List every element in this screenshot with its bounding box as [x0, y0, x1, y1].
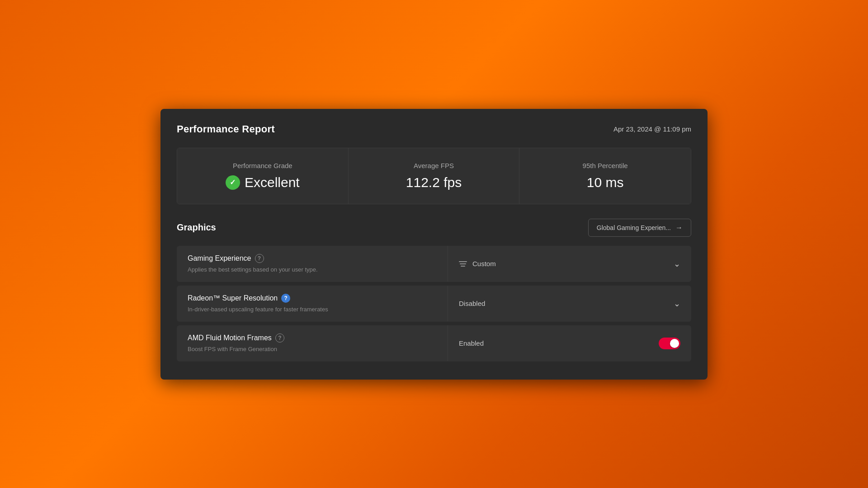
percentile-text: 10 ms — [587, 175, 624, 190]
stat-card-fps: Average FPS 112.2 fps — [349, 148, 520, 204]
setting-row-radeon-super-resolution: Radeon™ Super Resolution ? In-driver-bas… — [177, 286, 691, 322]
setting-row-gaming-experience: Gaming Experience ? Applies the best set… — [177, 246, 691, 282]
gaming-experience-right[interactable]: Custom ⌄ — [448, 251, 691, 277]
gaming-experience-left: Gaming Experience ? Applies the best set… — [177, 246, 448, 282]
gaming-experience-name: Gaming Experience — [188, 254, 251, 263]
fluid-motion-toggle[interactable] — [659, 338, 680, 349]
toggle-thumb — [670, 339, 679, 348]
graphics-section-header: Graphics Global Gaming Experien... → — [177, 219, 691, 237]
grade-checkmark-icon — [226, 175, 240, 190]
panel-header: Performance Report Apr 23, 2024 @ 11:09 … — [177, 123, 691, 135]
fps-label: Average FPS — [414, 162, 454, 169]
gaming-experience-help-icon[interactable]: ? — [255, 254, 264, 263]
gaming-experience-value-text: Custom — [472, 260, 496, 267]
panel-title: Performance Report — [177, 123, 275, 135]
fps-value: 112.2 fps — [406, 175, 462, 190]
filter-icon — [459, 261, 467, 267]
percentile-label: 95th Percentile — [583, 162, 628, 169]
stat-card-percentile: 95th Percentile 10 ms — [519, 148, 691, 204]
global-button-label: Global Gaming Experien... — [597, 224, 671, 231]
fps-text: 112.2 fps — [406, 175, 462, 190]
panel-datetime: Apr 23, 2024 @ 11:09 pm — [613, 125, 691, 133]
arrow-right-icon: → — [675, 224, 683, 232]
percentile-value: 10 ms — [587, 175, 624, 190]
fluid-motion-value-text: Enabled — [459, 339, 484, 347]
fluid-motion-name: AMD Fluid Motion Frames — [188, 334, 272, 342]
graphics-settings-list: Gaming Experience ? Applies the best set… — [177, 246, 691, 361]
fluid-motion-right[interactable]: Enabled — [448, 329, 691, 357]
fluid-motion-help-icon[interactable]: ? — [275, 333, 284, 343]
grade-text: Excellent — [245, 175, 300, 190]
toggle-track — [659, 338, 680, 349]
radeon-sr-left: Radeon™ Super Resolution ? In-driver-bas… — [177, 286, 448, 321]
grade-label: Performance Grade — [233, 162, 292, 169]
stat-card-grade: Performance Grade Excellent — [177, 148, 349, 204]
graphics-section-title: Graphics — [177, 222, 216, 233]
radeon-sr-chevron-icon[interactable]: ⌄ — [674, 299, 680, 309]
stats-row: Performance Grade Excellent Average FPS … — [177, 148, 691, 204]
gaming-experience-value: Custom — [459, 260, 496, 267]
radeon-sr-help-icon[interactable]: ? — [281, 294, 290, 303]
fluid-motion-left: AMD Fluid Motion Frames ? Boost FPS with… — [177, 325, 448, 361]
radeon-sr-name: Radeon™ Super Resolution — [188, 294, 278, 302]
gaming-experience-chevron-icon[interactable]: ⌄ — [674, 259, 680, 269]
performance-report-panel: Performance Report Apr 23, 2024 @ 11:09 … — [160, 109, 708, 380]
radeon-sr-right[interactable]: Disabled ⌄ — [448, 291, 691, 317]
radeon-sr-value-text: Disabled — [459, 300, 485, 307]
setting-row-fluid-motion-frames: AMD Fluid Motion Frames ? Boost FPS with… — [177, 325, 691, 361]
gaming-experience-desc: Applies the best settings based on your … — [188, 266, 318, 273]
radeon-sr-desc: In-driver-based upscaling feature for fa… — [188, 306, 328, 313]
grade-value: Excellent — [226, 175, 300, 190]
global-gaming-experience-button[interactable]: Global Gaming Experien... → — [588, 219, 691, 237]
fluid-motion-desc: Boost FPS with Frame Generation — [188, 346, 277, 352]
